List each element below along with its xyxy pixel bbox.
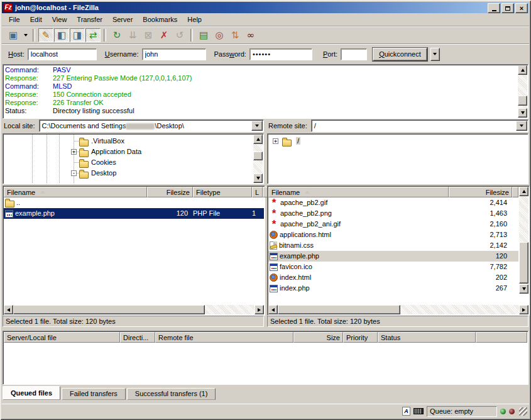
scrollbar-thumb[interactable] bbox=[518, 96, 527, 106]
local-path-dropdown-button[interactable] bbox=[251, 121, 263, 131]
column-header-label: Server/Local file bbox=[7, 334, 57, 341]
compare-directories-button[interactable]: ◎ bbox=[212, 28, 227, 42]
column-header-size[interactable]: Size bbox=[293, 332, 343, 343]
tree-item-desktop[interactable]: -Desktop bbox=[4, 168, 253, 179]
column-header-l[interactable]: L bbox=[252, 187, 263, 197]
collapse-icon[interactable]: - bbox=[71, 170, 77, 176]
scrollbar-thumb[interactable] bbox=[253, 152, 263, 160]
scrollbar-thumb[interactable] bbox=[519, 242, 528, 284]
menu-item-bookmarks[interactable]: Bookmarks bbox=[138, 14, 182, 25]
column-header-filesize[interactable]: Filesize bbox=[147, 187, 193, 197]
menu-item-view[interactable]: View bbox=[47, 14, 72, 25]
toggle-remote-tree-button[interactable]: ◨ bbox=[70, 28, 85, 42]
remote-vscrollbar[interactable] bbox=[519, 187, 528, 294]
toggle-message-log-button[interactable]: ✎ bbox=[38, 28, 53, 42]
scroll-down-button[interactable] bbox=[253, 174, 263, 183]
file-row-index-php[interactable]: index.php267 bbox=[268, 283, 518, 294]
menu-item-server[interactable]: Server bbox=[107, 14, 138, 25]
expand-icon[interactable]: + bbox=[71, 149, 77, 155]
scroll-up-button[interactable] bbox=[518, 65, 527, 75]
column-header-directi[interactable]: Directi... bbox=[120, 332, 155, 343]
password-input[interactable] bbox=[249, 48, 312, 60]
site-manager-dropdown-button[interactable] bbox=[21, 28, 30, 42]
site-manager-button[interactable]: ▣ bbox=[6, 28, 21, 42]
column-header-filename[interactable]: Filename bbox=[268, 187, 449, 197]
remote-hscrollbar[interactable] bbox=[268, 305, 528, 314]
minimize-button[interactable] bbox=[488, 3, 500, 13]
column-header-status[interactable]: Status bbox=[378, 332, 476, 343]
file-row-bitnami-css[interactable]: bitnami.css2,142 bbox=[268, 240, 518, 251]
scroll-left-button[interactable] bbox=[4, 305, 13, 314]
local-tree-scrollbar[interactable] bbox=[253, 135, 263, 183]
scroll-left-button[interactable] bbox=[268, 305, 278, 314]
disconnect-button[interactable]: ✗ bbox=[156, 28, 172, 42]
window-title: john@localhost - FileZilla bbox=[15, 4, 99, 11]
queue-status-field: Queue: empty bbox=[427, 406, 497, 417]
file-row-example-php[interactable]: example.php120 bbox=[268, 251, 518, 262]
port-input[interactable] bbox=[341, 48, 367, 60]
folder-icon bbox=[5, 201, 14, 207]
quickconnect-dropdown-button[interactable] bbox=[430, 48, 440, 61]
filter-button[interactable]: ▤ bbox=[196, 28, 211, 42]
activity-led-green-icon bbox=[500, 409, 506, 414]
menu-item-edit[interactable]: Edit bbox=[25, 14, 47, 25]
tab-failed-transfers[interactable]: Failed transfers bbox=[62, 388, 126, 400]
scroll-up-button[interactable] bbox=[253, 135, 263, 144]
remote-site-panel: Remote site: / +/ bbox=[267, 119, 528, 184]
filename-text: applications.html bbox=[280, 229, 331, 240]
toggle-queue-button[interactable]: ⇄ bbox=[85, 28, 101, 42]
expand-icon[interactable]: + bbox=[273, 138, 278, 144]
scroll-right-button[interactable] bbox=[519, 305, 528, 314]
scroll-up-button[interactable] bbox=[519, 187, 528, 196]
file-row-[interactable]: .. bbox=[4, 197, 264, 208]
username-input[interactable] bbox=[142, 48, 206, 60]
column-header-label: Filename bbox=[271, 189, 300, 196]
toggle-local-tree-button[interactable]: ◧ bbox=[54, 28, 69, 42]
synchronized-browsing-button[interactable]: ⇅ bbox=[227, 28, 243, 42]
find-files-button[interactable]: ∞ bbox=[243, 28, 258, 42]
maximize-button[interactable] bbox=[501, 3, 514, 13]
file-row-index-html[interactable]: index.html202 bbox=[268, 272, 518, 283]
refresh-button[interactable]: ↻ bbox=[109, 28, 124, 42]
local-hscrollbar[interactable] bbox=[4, 305, 264, 314]
tab-queued-files[interactable]: Queued files bbox=[3, 386, 60, 400]
file-row-apache-pb2-ani-gif[interactable]: *apache_pb2_ani.gif2,160 bbox=[268, 219, 518, 229]
remote-path-combo[interactable]: / bbox=[311, 119, 528, 132]
remote-path-dropdown-button[interactable] bbox=[516, 121, 527, 131]
scrollbar-thumb[interactable] bbox=[13, 305, 205, 314]
column-header-filetype[interactable]: Filetype bbox=[193, 187, 252, 197]
log-scrollbar[interactable] bbox=[518, 65, 527, 118]
column-header-server-local-file[interactable]: Server/Local file bbox=[4, 332, 120, 343]
scroll-right-button[interactable] bbox=[255, 305, 264, 314]
chevron-down-icon bbox=[24, 34, 28, 36]
column-header-priority[interactable]: Priority bbox=[343, 332, 378, 343]
tree-item-application-data[interactable]: +Application Data bbox=[4, 146, 253, 157]
scroll-down-button[interactable] bbox=[519, 284, 528, 294]
quickconnect-button[interactable]: Quickconnect bbox=[373, 48, 427, 61]
file-row-apache-pb2-png[interactable]: *apache_pb2.png1,463 bbox=[268, 208, 518, 219]
tab-successful-transfers-1[interactable]: Successful transfers (1) bbox=[127, 388, 216, 400]
column-header-remote-file[interactable]: Remote file bbox=[155, 332, 293, 343]
file-row-example-php[interactable]: example.php120PHP File1 bbox=[4, 208, 264, 219]
status-bar: A Queue: empty bbox=[2, 404, 529, 418]
close-button[interactable]: × bbox=[515, 3, 528, 13]
tree-item-cookies[interactable]: Cookies bbox=[4, 157, 253, 168]
file-row-applications-html[interactable]: applications.html2,713 bbox=[268, 229, 518, 240]
host-input[interactable] bbox=[28, 48, 97, 60]
resize-grip[interactable] bbox=[519, 407, 527, 416]
disconnect-icon: ✗ bbox=[160, 31, 168, 40]
arrow-down-icon bbox=[256, 177, 260, 180]
menu-item-transfer[interactable]: Transfer bbox=[72, 14, 107, 25]
tree-item-root[interactable]: +/ bbox=[268, 136, 527, 146]
column-header-filesize[interactable]: Filesize bbox=[449, 187, 512, 197]
scroll-down-button[interactable] bbox=[518, 108, 527, 118]
menu-item-file[interactable]: File bbox=[4, 14, 25, 25]
scrollbar-thumb[interactable] bbox=[278, 305, 400, 314]
column-header-filename[interactable]: Filename bbox=[4, 187, 147, 197]
tree-item-virtualbox[interactable]: .VirtualBox bbox=[4, 136, 253, 146]
file-row-apache-pb2-gif[interactable]: *apache_pb2.gif2,414 bbox=[268, 197, 518, 208]
cancel-button: ⊠ bbox=[141, 28, 156, 42]
local-path-combo[interactable]: C:\Documents and Settings\Desktop\ bbox=[39, 119, 264, 132]
file-row-favicon-ico[interactable]: favicon.ico7,782 bbox=[268, 262, 518, 272]
menu-item-help[interactable]: Help bbox=[182, 14, 207, 25]
